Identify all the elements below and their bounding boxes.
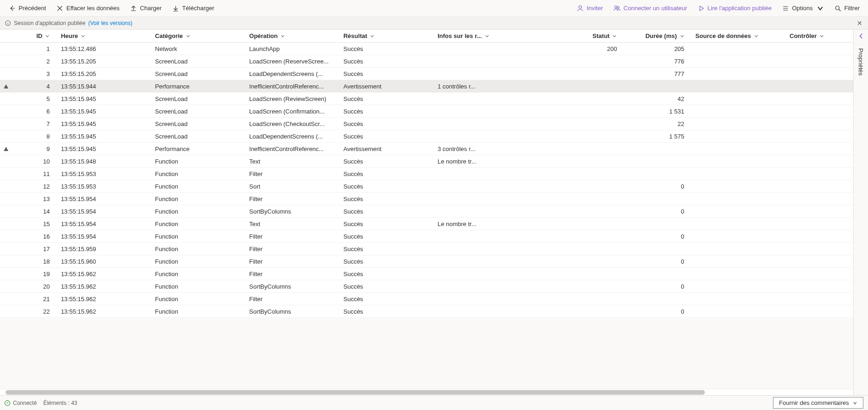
table-row[interactable]: 1513:55:15.954FunctionTextSuccèsLe nombr… (0, 218, 853, 230)
download-button[interactable]: Télécharger (167, 1, 219, 15)
banner-close-button[interactable]: ✕ (857, 19, 862, 27)
cell-time: 13:55:15.205 (57, 68, 151, 80)
cell-id: 9 (13, 143, 57, 155)
table-row[interactable]: 1613:55:15.954FunctionFilterSuccès0 (0, 230, 853, 243)
table-row[interactable]: 813:55:15.945ScreenLoadLoadDependentScre… (0, 130, 853, 143)
cell-warn (0, 218, 13, 230)
connect-user-button[interactable]: Connecter un utilisateur (608, 1, 691, 15)
table-row[interactable]: 113:55:12.486NetworkLaunchAppSuccès20020… (0, 43, 853, 55)
cell-duration (624, 243, 691, 255)
cell-time: 13:55:15.962 (57, 293, 151, 305)
header-control[interactable]: Contrôler (786, 30, 853, 43)
table-row[interactable]: 713:55:15.945ScreenLoadLoadScreen (Check… (0, 118, 853, 130)
filter-label: Filtrer (844, 5, 860, 12)
cell-category: Function (152, 293, 246, 305)
clear-button[interactable]: Effacer les données (51, 1, 124, 15)
cell-info: Le nombre tr... (434, 218, 557, 230)
toolbar: Précédent Effacer les données Charger Té… (0, 0, 868, 17)
chevron-down-icon (186, 34, 190, 38)
info-icon (5, 20, 11, 26)
cell-id: 3 (13, 68, 57, 80)
header-result[interactable]: Résultat (340, 30, 434, 43)
cell-source (692, 55, 786, 68)
cell-id: 11 (13, 168, 57, 180)
session-banner: Session d'application publiée (Voir les … (0, 17, 868, 30)
header-time[interactable]: Heure (57, 30, 151, 43)
cell-duration: 205 (624, 43, 691, 55)
cell-source (692, 293, 786, 305)
cell-status (557, 218, 624, 230)
cell-warn (0, 305, 13, 318)
table-scroll[interactable]: ID Heure Catégorie Opération Résultat In… (0, 30, 853, 389)
table-row[interactable]: 1913:55:15.962FunctionFilterSuccès (0, 268, 853, 280)
invite-button[interactable]: Inviter (572, 1, 608, 15)
cell-status (557, 293, 624, 305)
table-row[interactable]: 213:55:15.205ScreenLoadLoadScreen (Reser… (0, 55, 853, 68)
feedback-button[interactable]: Fournir des commentaires (773, 397, 863, 409)
people-icon (613, 5, 621, 12)
cell-info: Le nombre tr... (434, 155, 557, 168)
cell-info (434, 193, 557, 205)
table-row[interactable]: 513:55:15.945ScreenLoadLoadScreen (Revie… (0, 93, 853, 105)
banner-text: Session d'application publiée (14, 20, 85, 26)
cell-result: Succès (340, 68, 434, 80)
cell-warn (0, 255, 13, 268)
cell-warn (0, 80, 13, 93)
cell-operation: LoadScreen (ReserveScree... (246, 55, 340, 68)
cell-id: 12 (13, 180, 57, 193)
cell-operation: Text (246, 155, 340, 168)
filter-button[interactable]: Filtrer (830, 1, 864, 15)
upload-button[interactable]: Charger (125, 1, 166, 15)
cell-control (786, 280, 853, 293)
table-row[interactable]: 2013:55:15.962FunctionSortByColumnsSuccè… (0, 280, 853, 293)
cell-time: 13:55:15.945 (57, 93, 151, 105)
header-warn[interactable] (0, 30, 13, 43)
table-row[interactable]: 613:55:15.945ScreenLoadLoadScreen (Confi… (0, 105, 853, 118)
table-row[interactable]: 2113:55:15.962FunctionFilterSuccès (0, 293, 853, 305)
cell-duration: 22 (624, 118, 691, 130)
header-source[interactable]: Source de données (692, 30, 786, 43)
header-status[interactable]: Statut (557, 30, 624, 43)
table-row[interactable]: 1013:55:15.948FunctionTextSuccèsLe nombr… (0, 155, 853, 168)
header-category[interactable]: Catégorie (152, 30, 246, 43)
cell-result: Succès (340, 105, 434, 118)
download-icon (172, 5, 179, 12)
cell-operation: Filter (246, 268, 340, 280)
table-row[interactable]: 413:55:15.944PerformanceInefficientContr… (0, 80, 853, 93)
horizontal-scrollbar[interactable] (0, 389, 853, 395)
header-id[interactable]: ID (13, 30, 57, 43)
banner-link[interactable]: (Voir les versions) (88, 20, 132, 26)
play-button[interactable]: Lire l'application publiée (693, 1, 776, 15)
scrollbar-thumb[interactable] (6, 390, 705, 395)
cell-category: Function (152, 243, 246, 255)
cell-source (692, 230, 786, 243)
cell-duration: 0 (624, 205, 691, 218)
table-row[interactable]: 1213:55:15.953FunctionSortSuccès0 (0, 180, 853, 193)
cell-time: 13:55:15.962 (57, 268, 151, 280)
table-row[interactable]: 1113:55:15.953FunctionFilterSuccès (0, 168, 853, 180)
header-operation[interactable]: Opération (246, 30, 340, 43)
back-button[interactable]: Précédent (4, 1, 51, 15)
table-row[interactable]: 913:55:15.945PerformanceInefficientContr… (0, 143, 853, 155)
table-row[interactable]: 2213:55:15.962FunctionSortByColumnsSuccè… (0, 305, 853, 318)
table-row[interactable]: 1713:55:15.959FunctionFilterSuccès (0, 243, 853, 255)
cell-id: 21 (13, 293, 57, 305)
table-row[interactable]: 1813:55:15.960FunctionFilterSuccès0 (0, 255, 853, 268)
table-row[interactable]: 1313:55:15.954FunctionFilterSuccès (0, 193, 853, 205)
cell-control (786, 218, 853, 230)
expand-panel-button[interactable] (854, 30, 868, 39)
monitor-table: ID Heure Catégorie Opération Résultat In… (0, 30, 853, 318)
cell-time: 13:55:12.486 (57, 43, 151, 55)
cell-control (786, 243, 853, 255)
clear-label: Effacer les données (66, 5, 120, 12)
table-row[interactable]: 313:55:15.205ScreenLoadLoadDependentScre… (0, 68, 853, 80)
header-info[interactable]: Infos sur les r... (434, 30, 557, 43)
properties-label[interactable]: Propriétés (857, 48, 864, 76)
cell-result: Succès (340, 305, 434, 318)
options-button[interactable]: Options (777, 1, 829, 15)
cell-info (434, 280, 557, 293)
main: ID Heure Catégorie Opération Résultat In… (0, 30, 868, 395)
header-duration[interactable]: Durée (ms) (624, 30, 691, 43)
cell-id: 20 (13, 280, 57, 293)
table-row[interactable]: 1413:55:15.954FunctionSortByColumnsSuccè… (0, 205, 853, 218)
